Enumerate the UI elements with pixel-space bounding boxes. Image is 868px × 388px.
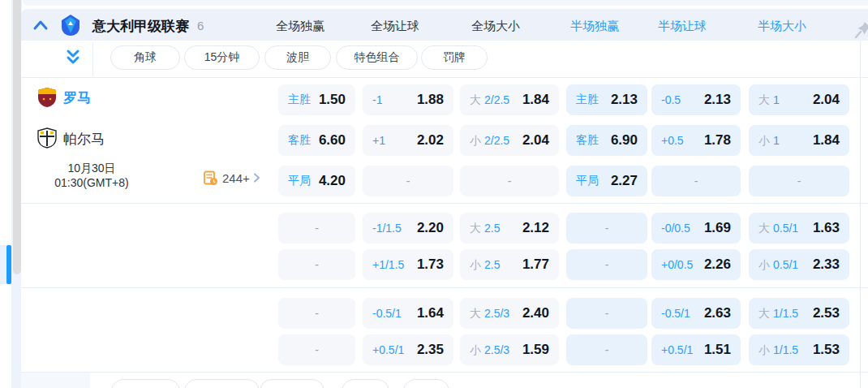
odds-value: 2.13 <box>611 92 638 108</box>
next-section-pill[interactable] <box>342 379 389 388</box>
expand-markets-button[interactable] <box>64 49 82 67</box>
odds-cell[interactable]: 大2.52.12 <box>460 213 559 244</box>
odds-value: 1.59 <box>522 342 549 358</box>
odds-cell[interactable]: 大2/2.51.84 <box>460 84 559 115</box>
odds-cell[interactable]: 小2/2.52.04 <box>460 125 559 156</box>
odds-label: 客胜 <box>288 133 311 148</box>
away-team-name[interactable]: 帕尔马 <box>63 130 105 149</box>
ou-handicap: 1 <box>773 134 780 147</box>
odds-cell: - <box>651 166 741 196</box>
odds-cell[interactable]: +0/0.52.26 <box>651 249 741 280</box>
column-header-half-time-over-under[interactable]: 半场大小 <box>758 19 806 34</box>
column-header-full-time-1x2[interactable]: 全场独赢 <box>276 19 324 34</box>
league-match-count: 6 <box>197 19 204 32</box>
odds-cell[interactable]: 小1/1.51.53 <box>749 334 849 365</box>
scrollbar-thumb[interactable] <box>13 0 21 274</box>
next-section-pill[interactable] <box>403 379 449 388</box>
odds-cell[interactable]: 平局2.27 <box>566 166 647 196</box>
home-team-name[interactable]: 罗马 <box>63 88 91 107</box>
odds-cell[interactable]: +12.02 <box>363 125 453 156</box>
double-chevron-down-icon <box>64 49 82 67</box>
odds-value: 2.27 <box>611 173 638 189</box>
ou-selection: 小0.5/1 <box>758 257 798 273</box>
odds-cell[interactable]: 平局4.20 <box>278 166 355 196</box>
odds-value: 2.04 <box>522 132 549 149</box>
odds-cell: - <box>566 213 647 244</box>
odds-value: 2.53 <box>813 305 840 321</box>
odds-cell[interactable]: 大1/1.52.53 <box>749 298 849 329</box>
odds-cell[interactable]: -0.5/11.64 <box>363 298 453 329</box>
next-section-pill[interactable] <box>260 379 324 388</box>
ou-handicap: 2.5 <box>484 222 500 235</box>
odds-cell[interactable]: 主胜1.50 <box>278 84 355 115</box>
match-date: 10月30日 <box>27 161 157 175</box>
empty-odds-placeholder: - <box>508 175 512 188</box>
odds-label: 平局 <box>576 174 599 188</box>
subtab-15-minutes[interactable]: 15分钟 <box>184 45 260 70</box>
next-section-expander-area <box>21 373 90 388</box>
next-section-pill[interactable] <box>111 379 180 388</box>
empty-odds-placeholder: - <box>605 222 609 235</box>
odds-value: 1.50 <box>319 92 346 108</box>
subtab-special-combos[interactable]: 特色组合 <box>336 45 418 70</box>
next-section-pill[interactable] <box>184 379 260 388</box>
odds-cell[interactable]: -11.88 <box>363 84 453 115</box>
ou-handicap: 1/1.5 <box>773 307 798 320</box>
ou-direction: 小 <box>470 258 481 271</box>
odds-cell[interactable]: 小2.5/31.59 <box>460 334 559 365</box>
odds-value: 2.33 <box>813 257 840 273</box>
chevron-right-icon <box>251 172 261 183</box>
odds-value: 1.64 <box>417 305 444 321</box>
odds-cell[interactable]: -0.52.13 <box>651 84 741 115</box>
previous-card-edge <box>23 0 868 6</box>
subtab-correct-score[interactable]: 波胆 <box>264 45 331 70</box>
odds-label: 主胜 <box>288 93 311 107</box>
collapse-section-button[interactable] <box>32 19 49 32</box>
ou-selection: 大2/2.5 <box>470 93 509 108</box>
odds-cell: - <box>566 298 647 329</box>
odds-cell: - <box>278 249 355 280</box>
odds-cell[interactable]: 大0.5/11.63 <box>749 213 849 244</box>
odds-cell[interactable]: 客胜6.90 <box>566 125 647 156</box>
odds-cell[interactable]: -0.5/12.63 <box>651 298 741 329</box>
odds-value: 1.51 <box>704 342 731 358</box>
empty-odds-placeholder: - <box>605 343 609 356</box>
odds-cell[interactable]: +0.5/11.51 <box>651 334 741 365</box>
odds-cell[interactable]: +0.51.78 <box>651 125 741 156</box>
odds-cell[interactable]: 大12.04 <box>749 84 849 115</box>
subtab-cards[interactable]: 罚牌 <box>421 45 488 70</box>
odds-cell[interactable]: 小2.51.77 <box>460 249 559 280</box>
column-header-half-time-1x2[interactable]: 半场独赢 <box>570 19 619 34</box>
sidebar-active-indicator[interactable] <box>0 245 11 284</box>
ou-direction: 大 <box>758 307 770 320</box>
column-header-half-time-handicap[interactable]: 半场让球 <box>658 19 707 34</box>
odds-cell[interactable]: 客胜6.60 <box>278 125 355 156</box>
odds-label: -0.5/1 <box>372 307 402 320</box>
ou-selection: 大0.5/1 <box>758 221 798 236</box>
ou-handicap: 0.5/1 <box>773 258 798 271</box>
odds-label: -0.5/1 <box>661 307 690 320</box>
ou-selection: 小1/1.5 <box>758 343 798 358</box>
more-markets-button[interactable]: 244+ <box>203 169 261 187</box>
column-header-full-time-over-under[interactable]: 全场大小 <box>471 19 520 34</box>
odds-cell[interactable]: 小11.84 <box>749 125 849 156</box>
odds-cell[interactable]: -1/1.52.20 <box>363 213 453 244</box>
odds-value: 2.04 <box>813 92 840 108</box>
grid-border <box>21 77 868 78</box>
odds-cell[interactable]: -0/0.51.69 <box>651 213 741 244</box>
match-kickoff-time: 01:30(GMT+8) <box>27 175 157 190</box>
odds-cell[interactable]: 主胜2.13 <box>566 84 647 115</box>
odds-cell[interactable]: 大2.5/32.40 <box>460 298 559 329</box>
odds-cell[interactable]: +1/1.51.73 <box>363 249 453 280</box>
ou-handicap: 2/2.5 <box>484 134 509 147</box>
ou-direction: 大 <box>470 307 481 320</box>
grid-border <box>21 287 868 288</box>
odds-cell[interactable]: +0.5/12.35 <box>363 334 453 365</box>
pin-icon[interactable] <box>853 20 868 40</box>
odds-cell[interactable]: 小0.5/12.33 <box>749 249 849 280</box>
column-header-full-time-handicap[interactable]: 全场让球 <box>371 19 419 34</box>
odds-cell: - <box>460 166 559 196</box>
odds-label: +0.5/1 <box>372 343 404 356</box>
subtab-corners[interactable]: 角球 <box>110 45 180 70</box>
odds-value: 4.20 <box>319 173 346 189</box>
